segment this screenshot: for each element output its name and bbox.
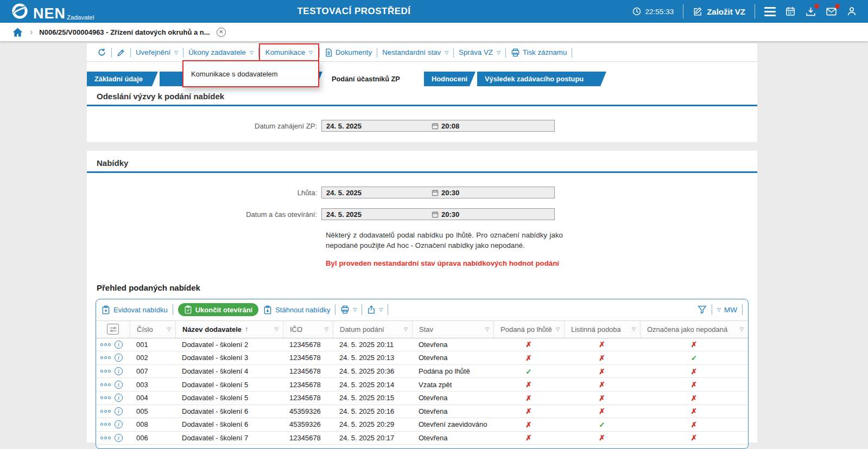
create-vz-button[interactable]: Založit VZ: [693, 7, 745, 17]
menu-nestandardni-stav[interactable]: Nestandardní stav▽: [377, 43, 453, 61]
menu-ukony-zadavatele[interactable]: Úkony zadavatele▽: [183, 43, 258, 61]
row-info-icon[interactable]: i: [115, 354, 123, 362]
dropdown-item-komunikace-s-dodavatelem[interactable]: Komunikace s dodavatelem: [191, 70, 278, 78]
row-menu-button[interactable]: [100, 396, 111, 399]
filter-button[interactable]: [698, 305, 707, 314]
print-table-button[interactable]: ▽: [340, 305, 357, 314]
brand[interactable]: NEN Zadavatel: [11, 2, 94, 21]
column-header-3[interactable]: IČO▽: [283, 321, 333, 338]
row-menu-button[interactable]: [100, 356, 111, 359]
cell-listinna-podoba: ✓: [564, 420, 640, 429]
menu-button[interactable]: [764, 7, 776, 16]
row-menu-button[interactable]: [100, 410, 111, 413]
table-row[interactable]: i008Dodavatel - školení 64535932624. 5. …: [96, 418, 748, 432]
nen-logo-icon: [11, 2, 29, 20]
cross-icon: ✗: [599, 407, 605, 415]
row-info-icon[interactable]: i: [115, 434, 123, 442]
cell-nazev-dodavatele: Dodavatel - školení 3: [175, 354, 283, 362]
table-row[interactable]: i002Dodavatel - školení 31234567824. 5. …: [96, 351, 748, 365]
tab-hodnoceni[interactable]: Hodnoceni: [424, 72, 476, 86]
table-row[interactable]: i006Dodavatel - školení 71234567824. 5. …: [96, 432, 748, 445]
filter-caret-icon[interactable]: ▽: [275, 326, 278, 332]
cross-icon: ✗: [599, 354, 605, 362]
mw-view-button[interactable]: ▽ MW: [717, 306, 737, 314]
menu-sprava-vz[interactable]: Správa VZ▽: [454, 43, 505, 61]
menu-uverejneni[interactable]: Uveřejnění▽: [131, 43, 183, 61]
datetime-input[interactable]: 24. 5. 2025 20:30: [321, 187, 555, 198]
column-header-5[interactable]: Stav▽: [412, 321, 493, 338]
edit-record-button[interactable]: [112, 43, 130, 61]
menu-tisk-zaznamu[interactable]: Tisk záznamu: [506, 43, 572, 61]
cell-nazev-dodavatele: Dodavatel - školení 2: [175, 341, 283, 349]
row-menu-button[interactable]: [100, 383, 111, 386]
export-table-button[interactable]: ▽: [367, 305, 383, 314]
close-tab-icon[interactable]: ✕: [217, 28, 226, 37]
time-value: 20:30: [441, 210, 459, 219]
row-info-icon[interactable]: i: [115, 420, 123, 428]
cell-nazev-dodavatele: Dodavatel - školení 6: [175, 407, 283, 415]
row-menu-button[interactable]: [100, 423, 111, 426]
calendar-button[interactable]: [785, 6, 796, 17]
filter-caret-icon[interactable]: ▽: [485, 326, 489, 332]
row-info-icon[interactable]: i: [115, 394, 123, 402]
filter-caret-icon[interactable]: ▽: [556, 326, 560, 332]
cell-datum-podani: 24. 5. 2025 20:14: [333, 381, 412, 389]
app-bar: NEN Zadavatel TESTOVACÍ PROSTŘEDÍ 22:55:…: [0, 0, 868, 23]
divider: [755, 4, 755, 18]
tab-zakladni-udaje[interactable]: Základní údaje: [87, 72, 158, 86]
column-header-1[interactable]: Číslo▽: [130, 321, 175, 338]
cell-oznacena-jako-nepodana: ✗: [640, 433, 748, 442]
filter-caret-icon[interactable]: ▽: [740, 326, 744, 332]
calendar-icon[interactable]: [432, 211, 439, 218]
table-row[interactable]: i004Dodavatel - školení 51234567824. 5. …: [96, 392, 748, 405]
cross-icon: ✗: [691, 420, 697, 429]
column-header-7[interactable]: Listinná podoba▽: [564, 321, 640, 338]
row-info-icon[interactable]: i: [115, 341, 123, 349]
calendar-icon[interactable]: [432, 189, 439, 196]
register-bid-button[interactable]: Evidovat nabídku: [102, 305, 168, 315]
tab-podani-ucastniku-zp[interactable]: Podání účastníků ZP: [324, 72, 422, 86]
cell-listinna-podoba: ✗: [564, 367, 640, 376]
filter-caret-icon[interactable]: ▽: [404, 326, 408, 332]
late-bid-note: Některý z dodavatelů podal nabídku po lh…: [326, 230, 563, 251]
filter-caret-icon[interactable]: ▽: [167, 326, 171, 332]
column-header-2[interactable]: Název dodavatele↑▽: [175, 321, 283, 338]
finish-opening-button[interactable]: Ukončit otevírání: [178, 303, 258, 316]
cross-icon: ✗: [525, 407, 531, 415]
datetime-input[interactable]: 24. 5. 2025 20:30: [321, 208, 555, 220]
column-header-4[interactable]: Datum podání▽: [333, 321, 412, 338]
field-label: Datum zahájení ZP:: [87, 122, 321, 130]
breadcrumb-item[interactable]: N006/25/V00004963 - Zřízení datových okr…: [39, 28, 210, 36]
table-row[interactable]: i001Dodavatel - školení 21234567824. 5. …: [96, 338, 748, 352]
column-header-8[interactable]: Označena jako nepodaná▽: [640, 321, 748, 338]
download-bids-button[interactable]: Stáhnout nabídky: [263, 305, 330, 315]
menu-dokumenty[interactable]: Dokumenty: [320, 43, 377, 61]
row-menu-button[interactable]: [100, 370, 111, 373]
refresh-button[interactable]: [92, 43, 111, 61]
downloads-button[interactable]: [805, 6, 816, 17]
table-row[interactable]: i005Dodavatel - školení 64535932624. 5. …: [96, 405, 748, 419]
datetime-input[interactable]: 24. 5. 2025 20:08: [321, 120, 555, 132]
table-row[interactable]: i003Dodavatel - školení 51234567824. 5. …: [96, 378, 748, 392]
cell-stav: Vzata zpět: [412, 381, 493, 389]
user-button[interactable]: [846, 6, 857, 17]
row-menu-button[interactable]: [100, 437, 111, 439]
row-info-icon[interactable]: i: [115, 367, 123, 375]
column-header-6[interactable]: Podaná po lhůtě▽: [493, 321, 564, 338]
messages-button[interactable]: [826, 6, 837, 17]
tab-vysledek-zadavaciho-postupu[interactable]: Výsledek zadávacího postupu: [477, 72, 606, 86]
filter-caret-icon[interactable]: ▽: [325, 326, 328, 332]
home-icon[interactable]: [12, 27, 23, 37]
table-row[interactable]: i007Dodavatel - školení 41234567824. 5. …: [96, 365, 748, 379]
cross-icon: ✗: [691, 367, 697, 376]
row-info-icon[interactable]: i: [115, 381, 123, 389]
calendar-icon[interactable]: [432, 123, 439, 130]
chevron-down-icon: ▽: [309, 50, 313, 55]
column-settings-button[interactable]: [96, 321, 130, 338]
cell-oznacena-jako-nepodana: ✓: [640, 354, 748, 362]
filter-caret-icon[interactable]: ▽: [632, 326, 636, 332]
menu-komunikace[interactable]: Komunikace▽: [264, 48, 314, 56]
row-info-icon[interactable]: i: [115, 407, 123, 415]
row-menu-button[interactable]: [100, 343, 111, 346]
cell-ico: 12345678: [283, 434, 333, 442]
